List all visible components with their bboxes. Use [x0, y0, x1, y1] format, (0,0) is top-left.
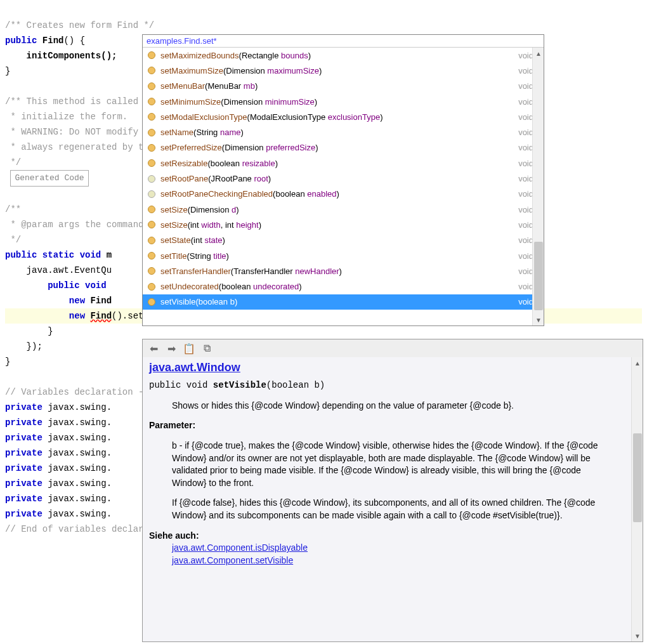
method-signature: public void setVisible(boolean b): [149, 379, 636, 392]
method-name: setName: [160, 128, 193, 137]
code-text: initComponents();: [27, 51, 117, 61]
scroll-down-arrow[interactable]: ▼: [632, 630, 643, 641]
see-also-link[interactable]: java.awt.Component.isDisplayable: [172, 542, 636, 555]
scroll-down-arrow[interactable]: ▼: [533, 314, 544, 325]
method-name: setTransferHandler: [160, 266, 231, 276]
scroll-up-arrow[interactable]: ▲: [533, 48, 544, 59]
keyword: private: [5, 402, 42, 412]
method-params: (JRootPane root): [208, 174, 271, 183]
method-params: (String title): [186, 251, 229, 261]
javadoc-content[interactable]: java.awt.Window public void setVisible(b…: [143, 357, 643, 641]
code-text: () {: [63, 36, 85, 46]
identifier: Find: [90, 296, 112, 306]
scroll-thumb[interactable]: [633, 433, 642, 522]
public-method-icon: [148, 237, 155, 244]
method-params: (boolean undecorated): [219, 282, 302, 291]
parameter-heading: Parameter:: [149, 419, 636, 432]
copy-icon[interactable]: 📋: [182, 342, 196, 355]
method-name: setRootPane: [160, 174, 208, 183]
method-params: (Dimension preferredSize): [222, 143, 318, 152]
method-name: setVisible: [160, 297, 195, 306]
completion-item[interactable]: setMinimumSize(Dimension minimumSize)voi…: [143, 94, 544, 109]
code-text: javax.swing.: [42, 448, 112, 458]
popup-scrollbar[interactable]: ▲ ▼: [532, 48, 544, 325]
completion-item[interactable]: setRootPaneCheckingEnabled(boolean enabl…: [143, 187, 544, 202]
completion-item[interactable]: setSize(Dimension d)void: [143, 202, 544, 217]
public-method-icon: [148, 144, 155, 152]
method-name: setResizable: [160, 159, 207, 168]
public-method-icon: [148, 283, 155, 291]
code-text: javax.swing.: [42, 402, 112, 412]
keyword: public: [5, 36, 37, 46]
completion-item[interactable]: setUndecorated(boolean undecorated)void: [143, 279, 544, 294]
completion-item[interactable]: setRootPane(JRootPane root)void: [143, 171, 544, 186]
method-params: (boolean enabled): [273, 189, 339, 199]
public-method-icon: [148, 159, 155, 167]
keyword: new: [69, 311, 85, 321]
code-text: javax.swing.: [42, 509, 112, 519]
typed-text: set: [127, 311, 143, 321]
completion-item[interactable]: setMenuBar(MenuBar mb)void: [143, 79, 544, 94]
nav-back-icon[interactable]: ⬅: [147, 342, 160, 355]
see-also-link[interactable]: java.awt.Component.setVisible: [172, 555, 636, 567]
popup-filter-text: examples.Find.set*: [143, 35, 544, 48]
completion-item[interactable]: setName(String name)void: [143, 124, 544, 140]
nav-forward-icon[interactable]: ➡: [164, 342, 178, 355]
completion-item[interactable]: setTransferHandler(TransferHandler newHa…: [143, 263, 544, 279]
keyword: private: [5, 417, 42, 428]
code-text: javax.swing.: [42, 417, 112, 428]
public-method-icon: [148, 51, 155, 59]
method-name: setSize: [160, 220, 188, 230]
identifier: m: [107, 250, 112, 260]
code-text: }: [5, 357, 10, 367]
public-method-icon: [148, 67, 155, 74]
javadoc-scrollbar[interactable]: ▲ ▼: [631, 357, 643, 641]
code-text: });: [27, 341, 42, 352]
public-method-icon: [148, 267, 155, 275]
scroll-thumb[interactable]: [534, 242, 543, 310]
comment-line: */: [5, 157, 21, 168]
see-also-heading: Siehe auch:: [149, 530, 636, 542]
code-text: javax.swing.: [42, 494, 112, 504]
scroll-up-arrow[interactable]: ▲: [632, 357, 643, 369]
comment-line: * initialize the form.: [5, 112, 127, 122]
completion-item[interactable]: setSize(int width, int height)void: [143, 217, 544, 232]
method-params: (String name): [193, 128, 244, 137]
completion-item[interactable]: setState(int state)void: [143, 233, 544, 248]
completion-item[interactable]: setPreferredSize(Dimension preferredSize…: [143, 140, 544, 155]
method-name: setModalExclusionType: [160, 112, 247, 122]
completion-item[interactable]: setResizable(boolean resizable)void: [143, 155, 544, 171]
keyword: void: [80, 250, 101, 260]
method-name: setPreferredSize: [160, 143, 222, 152]
completion-item[interactable]: setMaximizedBounds(Rectangle bounds)void: [143, 48, 544, 63]
keyword: private: [5, 509, 42, 519]
public-method-icon: [148, 221, 155, 228]
keyword: void: [85, 280, 107, 291]
method-name: setMaximumSize: [160, 66, 223, 76]
parameter-description: b - if {@code true}, makes the {@code Wi…: [172, 440, 603, 489]
method-params: (ModalExclusionType exclusionType): [247, 112, 383, 122]
completion-item[interactable]: setVisible(boolean b)void: [143, 294, 544, 310]
completion-item[interactable]: setTitle(String title)void: [143, 248, 544, 263]
public-method-icon: [148, 82, 155, 90]
method-name: setUndecorated: [160, 282, 219, 291]
code-text: javax.swing.: [42, 463, 112, 473]
keyword: new: [69, 296, 85, 306]
method-params: (int state): [191, 235, 225, 245]
code-fold-region[interactable]: Generated Code: [10, 170, 88, 187]
doc-paragraph: If {@code false}, hides this {@code Wind…: [172, 497, 603, 522]
class-link[interactable]: java.awt.Window: [149, 361, 240, 374]
identifier: Find: [42, 36, 64, 46]
method-params: (boolean resizable): [207, 159, 278, 168]
public-method-icon: [148, 98, 155, 105]
comment-line: */: [5, 235, 21, 245]
method-params: (Rectangle bounds): [239, 51, 311, 60]
public-method-icon: [148, 206, 155, 213]
completion-list[interactable]: setMaximizedBounds(Rectangle bounds)void…: [143, 48, 544, 325]
keyword: public: [48, 280, 79, 291]
comment-line: /**: [5, 204, 21, 214]
external-browser-icon[interactable]: ⧉: [200, 342, 214, 355]
completion-item[interactable]: setMaximumSize(Dimension maximumSize)voi…: [143, 63, 544, 78]
completion-item[interactable]: setModalExclusionType(ModalExclusionType…: [143, 109, 544, 124]
public-method-icon: [148, 113, 155, 121]
